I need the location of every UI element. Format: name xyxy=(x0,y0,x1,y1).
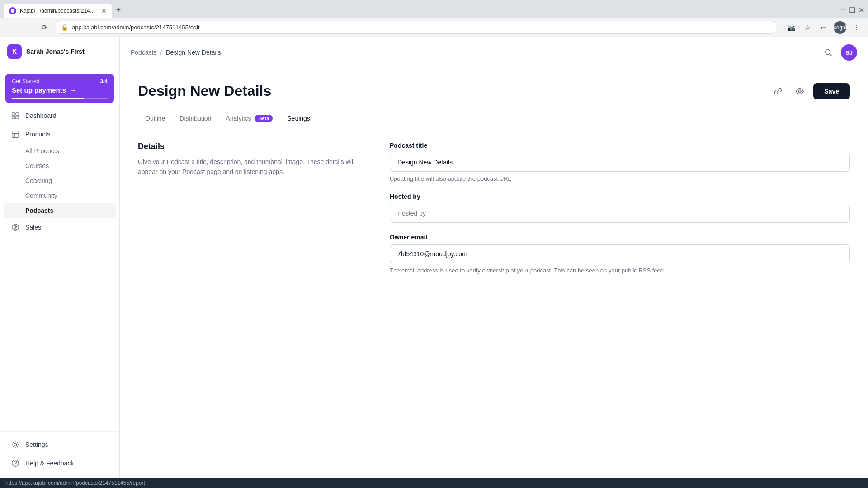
sidebar-item-podcasts[interactable]: Podcasts xyxy=(4,203,116,218)
help-label: Help & Feedback xyxy=(25,460,74,467)
podcast-title-input[interactable] xyxy=(390,153,850,172)
url-bar[interactable]: 🔒 app.kajabi.com/admin/podcasts/21475114… xyxy=(54,21,778,34)
sidebar-item-coaching[interactable]: Coaching xyxy=(4,174,116,188)
content-area: Design New Details Save Outline D xyxy=(120,68,868,478)
get-started-title: Set up payments → xyxy=(12,86,108,94)
sidebar-item-dashboard[interactable]: Dashboard xyxy=(4,107,116,125)
search-button[interactable] xyxy=(821,45,835,60)
restore-button[interactable]: ☐ xyxy=(849,7,855,13)
status-bar: https://app.kajabi.com/admin/podcasts/21… xyxy=(0,478,868,488)
tab-distribution[interactable]: Distribution xyxy=(172,110,218,127)
sidebar-scroll: Get Started 3/4 Set up payments → Dashbo… xyxy=(0,66,119,431)
profile-button[interactable]: Incognito xyxy=(834,21,846,34)
sales-label: Sales xyxy=(25,224,41,231)
new-tab-button[interactable]: + xyxy=(112,4,125,16)
dashboard-icon xyxy=(11,111,20,120)
camera-icon[interactable]: 📷 xyxy=(785,21,797,34)
get-started-banner[interactable]: Get Started 3/4 Set up payments → xyxy=(5,74,114,103)
tab-settings[interactable]: Settings xyxy=(280,110,317,127)
sidebar-header: K Sarah Jonas's First xyxy=(0,37,119,66)
sidebar-item-products[interactable]: Products xyxy=(4,125,116,143)
products-icon xyxy=(11,130,20,139)
tab-analytics[interactable]: Analytics Beta xyxy=(218,110,280,127)
page-title: Design New Details xyxy=(138,83,271,99)
owner-email-group: Owner email The email address is used to… xyxy=(390,234,850,274)
breadcrumb-podcasts[interactable]: Podcasts xyxy=(131,49,157,56)
menu-icon[interactable]: ⋮ xyxy=(850,21,863,34)
svg-point-6 xyxy=(14,443,16,446)
hosted-by-label: Hosted by xyxy=(390,193,850,200)
header-actions: Save xyxy=(770,83,850,99)
dashboard-label: Dashboard xyxy=(25,112,57,119)
sales-icon xyxy=(11,223,20,232)
form-layout: Details Give your Podcast a title, descr… xyxy=(138,142,850,274)
breadcrumb-current: Design New Details xyxy=(165,49,221,56)
breadcrumb-separator: / xyxy=(160,49,162,56)
get-started-progress-fill xyxy=(12,98,84,99)
sidebar-bottom: Settings Help & Feedback xyxy=(0,431,119,478)
podcast-title-group: Podcast title Updating title will also u… xyxy=(390,142,850,182)
svg-rect-3 xyxy=(16,116,19,119)
sidebar-item-courses[interactable]: Courses xyxy=(4,159,116,173)
sidebar-logo: K xyxy=(7,44,22,59)
beta-badge: Beta xyxy=(255,115,273,122)
breadcrumb: Podcasts / Design New Details xyxy=(131,49,221,56)
topbar: Podcasts / Design New Details SJ xyxy=(120,37,868,68)
form-section-title: Details xyxy=(138,142,368,151)
reload-button[interactable]: ⟳ xyxy=(38,21,51,34)
back-button[interactable]: ← xyxy=(5,21,18,34)
tab-title: Kajabi - /admin/podcasts/21475... xyxy=(20,8,98,14)
get-started-progress-bar xyxy=(12,98,108,99)
sidebar: K Sarah Jonas's First Get Started 3/4 Se… xyxy=(0,37,120,478)
app-container: K Sarah Jonas's First Get Started 3/4 Se… xyxy=(0,37,868,478)
tab-favicon xyxy=(9,7,16,14)
minimize-button[interactable]: ─ xyxy=(840,7,846,13)
page-header: Design New Details Save xyxy=(138,83,850,99)
owner-email-input[interactable] xyxy=(390,244,850,263)
settings-icon xyxy=(11,440,20,449)
form-section-description: Give your Podcast a title, description, … xyxy=(138,157,368,177)
sidebar-brand-name: Sarah Jonas's First xyxy=(26,48,85,55)
hosted-by-input[interactable] xyxy=(390,204,850,223)
secure-icon: 🔒 xyxy=(61,24,68,31)
svg-rect-0 xyxy=(12,113,15,115)
save-button[interactable]: Save xyxy=(813,83,850,99)
owner-email-hint: The email address is used to verify owne… xyxy=(390,267,850,274)
avatar[interactable]: SJ xyxy=(841,44,857,61)
status-url: https://app.kajabi.com/admin/podcasts/21… xyxy=(5,480,145,486)
sidebar-item-sales[interactable]: Sales xyxy=(4,218,116,236)
get-started-label: Get Started xyxy=(12,78,39,84)
forward-button[interactable]: → xyxy=(22,21,34,34)
browser-tab[interactable]: Kajabi - /admin/podcasts/21475... ✕ xyxy=(4,4,112,18)
bookmark-icon[interactable]: ☆ xyxy=(801,21,814,34)
close-window-button[interactable]: ✕ xyxy=(858,7,864,13)
podcast-title-label: Podcast title xyxy=(390,142,850,149)
tab-outline[interactable]: Outline xyxy=(138,110,172,127)
sidebar-item-help[interactable]: Help & Feedback xyxy=(4,454,116,472)
settings-label: Settings xyxy=(25,441,48,448)
browser-chrome: Kajabi - /admin/podcasts/21475... ✕ + ─ … xyxy=(0,0,868,37)
url-text: app.kajabi.com/admin/podcasts/2147511455… xyxy=(72,24,771,31)
svg-rect-4 xyxy=(12,131,19,137)
form-description: Details Give your Podcast a title, descr… xyxy=(138,142,368,274)
svg-point-9 xyxy=(799,90,801,92)
topbar-right: SJ xyxy=(821,44,857,61)
owner-email-label: Owner email xyxy=(390,234,850,241)
main-content: Podcasts / Design New Details SJ Design … xyxy=(120,37,868,478)
hosted-by-group: Hosted by xyxy=(390,193,850,223)
podcast-title-hint: Updating title will also update the podc… xyxy=(390,175,850,182)
link-icon-button[interactable] xyxy=(770,83,786,99)
window-icon[interactable]: ▭ xyxy=(817,21,830,34)
close-tab-button[interactable]: ✕ xyxy=(101,8,107,14)
sidebar-item-settings[interactable]: Settings xyxy=(4,436,116,454)
sidebar-item-community[interactable]: Community xyxy=(4,188,116,203)
tabs-container: Outline Distribution Analytics Beta Sett… xyxy=(138,110,850,127)
address-bar: ← → ⟳ 🔒 app.kajabi.com/admin/podcasts/21… xyxy=(0,18,868,37)
sidebar-item-all-products[interactable]: All Products xyxy=(4,144,116,158)
svg-rect-2 xyxy=(12,116,15,119)
products-label: Products xyxy=(25,131,50,138)
help-icon xyxy=(11,459,20,468)
get-started-count: 3/4 xyxy=(100,78,108,84)
preview-icon-button[interactable] xyxy=(792,83,808,99)
svg-point-8 xyxy=(826,50,830,55)
